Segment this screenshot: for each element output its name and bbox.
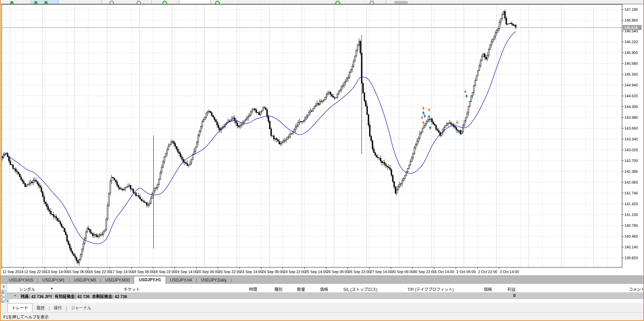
svg-text:26 Sep 06:00: 26 Sep 06:00 xyxy=(327,270,349,274)
svg-text:142.060: 142.060 xyxy=(624,180,638,184)
svg-text:19 Sep 14:00: 19 Sep 14:00 xyxy=(175,270,197,274)
svg-text:144.940: 144.940 xyxy=(624,83,638,87)
svg-text:143.660: 143.660 xyxy=(624,126,638,130)
column-header--[interactable]: 価格 xyxy=(261,286,328,292)
svg-text:16 Sep 22:00: 16 Sep 22:00 xyxy=(89,270,111,274)
svg-text:140.140: 140.140 xyxy=(624,245,638,249)
toolbox-tab-bar: トレード履歴|操作|ジャーナル xyxy=(1,303,643,312)
svg-text:13 Sep 14:00: 13 Sep 14:00 xyxy=(46,270,68,274)
svg-text:139.820: 139.820 xyxy=(624,256,638,260)
column-separator[interactable] xyxy=(518,286,518,292)
chart-tab-usdjpy-h4[interactable]: USDJPY,H4 xyxy=(166,277,196,284)
column-separator[interactable] xyxy=(494,286,495,292)
new-order-icon[interactable] xyxy=(162,1,167,4)
chart-tab-usdjpy-m30[interactable]: USDJPY,M30 xyxy=(101,277,133,284)
svg-text:145.260: 145.260 xyxy=(624,72,638,76)
main-toolbar xyxy=(1,0,643,4)
svg-text:143.020: 143.020 xyxy=(624,148,638,152)
zoom-in-icon[interactable] xyxy=(137,1,141,4)
window-border-left xyxy=(0,0,1,321)
chart-tab-usdjpy-m5[interactable]: USDJPY,M5 xyxy=(70,277,100,284)
panel-mini-icon[interactable] xyxy=(2,293,5,297)
symbol-filter-dropdown-icon[interactable]: ▼ xyxy=(50,287,53,290)
svg-text:20 Sep 06:00: 20 Sep 06:00 xyxy=(197,270,219,274)
svg-text:144.300: 144.300 xyxy=(624,105,638,109)
svg-text:143.980: 143.980 xyxy=(624,115,638,119)
svg-text:16 Sep 06:00: 16 Sep 06:00 xyxy=(67,270,89,274)
tab-separator: | xyxy=(231,277,232,284)
column-header--[interactable]: シンボル xyxy=(19,286,35,292)
column-header--[interactable]: 利益 xyxy=(448,286,516,292)
toolbox-tab-0[interactable]: トレード xyxy=(7,303,32,313)
toolbox-tab-1[interactable]: 履歴 xyxy=(32,303,49,312)
column-separator[interactable] xyxy=(331,286,331,292)
crosshair-icon[interactable] xyxy=(394,1,408,4)
svg-text:30 Sep 06:00: 30 Sep 06:00 xyxy=(392,270,414,274)
svg-text:3 Oct 14:00: 3 Oct 14:00 xyxy=(500,270,519,274)
chart-icon[interactable] xyxy=(10,1,14,4)
toolbar-separator xyxy=(151,0,152,4)
chart-tab-usdjpy-h1[interactable]: USDJPY,H1 xyxy=(134,276,166,284)
trade-table-header: シンボルチケット時間種別数量価格S/L (ストップロス)T/P (テイクプロフィ… xyxy=(7,285,643,293)
svg-text:142.380: 142.380 xyxy=(624,169,638,173)
svg-text:146.860: 146.860 xyxy=(624,18,638,22)
chart-tab-usdjpy-m1[interactable]: USDJPY,M1 xyxy=(39,277,69,284)
column-separator[interactable] xyxy=(284,286,284,292)
balance-bullet: • xyxy=(15,293,16,297)
column-separator[interactable] xyxy=(122,286,122,292)
column-separator[interactable] xyxy=(402,286,402,292)
favorites-icon[interactable] xyxy=(335,1,340,4)
toolbar-combobox[interactable] xyxy=(179,0,211,4)
panel-mini-icon[interactable] xyxy=(2,297,5,301)
column-separator[interactable] xyxy=(307,286,307,292)
svg-text:30 Sep 22:00: 30 Sep 22:00 xyxy=(413,270,435,274)
column-separator[interactable] xyxy=(191,286,192,292)
toolbox-tab-3[interactable]: ジャーナル xyxy=(67,303,95,312)
algo-play-icon xyxy=(44,1,48,4)
column-separator[interactable] xyxy=(473,286,473,292)
current-price-value: 146.638 xyxy=(624,26,638,30)
svg-text:24 Sep 22:00: 24 Sep 22:00 xyxy=(283,270,305,274)
zoom-out-icon[interactable] xyxy=(109,1,114,4)
svg-text:140.460: 140.460 xyxy=(624,234,638,238)
svg-text:24 Sep 06:00: 24 Sep 06:00 xyxy=(262,270,284,274)
svg-text:143.340: 143.340 xyxy=(624,137,638,141)
svg-text:141.100: 141.100 xyxy=(624,213,638,217)
svg-text:140.780: 140.780 xyxy=(624,223,638,228)
toolbox-tab-2[interactable]: 操作 xyxy=(50,303,66,312)
balance-row[interactable]: • 残高: 42 736 JPY 有効証拠金: 42 736 余剰証拠金: 42… xyxy=(7,292,643,299)
algo-play-icon xyxy=(34,1,38,4)
column-separator[interactable] xyxy=(260,286,260,292)
svg-text:18 Sep 22:00: 18 Sep 22:00 xyxy=(154,270,176,274)
svg-text:141.740: 141.740 xyxy=(624,191,638,195)
svg-text:2 Oct 22:00: 2 Oct 22:00 xyxy=(478,270,497,274)
cursor-icon[interactable] xyxy=(370,1,374,4)
svg-text:142.700: 142.700 xyxy=(624,159,638,163)
column-header-s-l-[interactable]: S/L (ストップロス) xyxy=(343,286,377,292)
svg-text:2 Oct 06:00: 2 Oct 06:00 xyxy=(456,270,476,274)
svg-text:12 Sep 22:00: 12 Sep 22:00 xyxy=(24,270,46,274)
chart-tab-usdjpy-m15[interactable]: USDJPY,M15 xyxy=(5,277,37,284)
status-bar: F1を押してヘルプを表示 xyxy=(1,312,643,321)
svg-text:17 Sep 14:00: 17 Sep 14:00 xyxy=(110,270,132,274)
chart-window[interactable]: 147.180146.860146.540146.220145.900145.5… xyxy=(1,4,643,275)
svg-text:141.420: 141.420 xyxy=(624,202,638,206)
column-header--[interactable]: コメント xyxy=(577,286,644,292)
toolbox-close-button[interactable]: x xyxy=(1,284,7,289)
svg-text:25 Sep 14:00: 25 Sep 14:00 xyxy=(305,270,327,274)
chart-tab-usdjpy-daily[interactable]: USDJPY,Daily xyxy=(197,277,231,284)
svg-text:144.620: 144.620 xyxy=(624,94,638,98)
price-chart[interactable]: 147.180146.860146.540146.220145.900145.5… xyxy=(1,4,643,275)
svg-text:20 Sep 22:00: 20 Sep 22:00 xyxy=(219,270,241,274)
svg-text:26 Sep 22:00: 26 Sep 22:00 xyxy=(348,270,370,274)
svg-text:145.900: 145.900 xyxy=(624,51,638,55)
svg-text:23 Sep 14:00: 23 Sep 14:00 xyxy=(240,270,262,274)
svg-text:147.180: 147.180 xyxy=(624,7,638,11)
svg-text:1 Oct 14:00: 1 Oct 14:00 xyxy=(435,270,454,274)
balance-profit-value: 0 xyxy=(473,293,516,298)
terminal-icon[interactable] xyxy=(215,1,220,4)
svg-text:145.580: 145.580 xyxy=(624,61,638,65)
svg-text:27 Sep 14:00: 27 Sep 14:00 xyxy=(370,270,392,274)
column-header--[interactable]: チケット xyxy=(124,286,140,292)
algo-trading-button[interactable] xyxy=(30,0,59,4)
